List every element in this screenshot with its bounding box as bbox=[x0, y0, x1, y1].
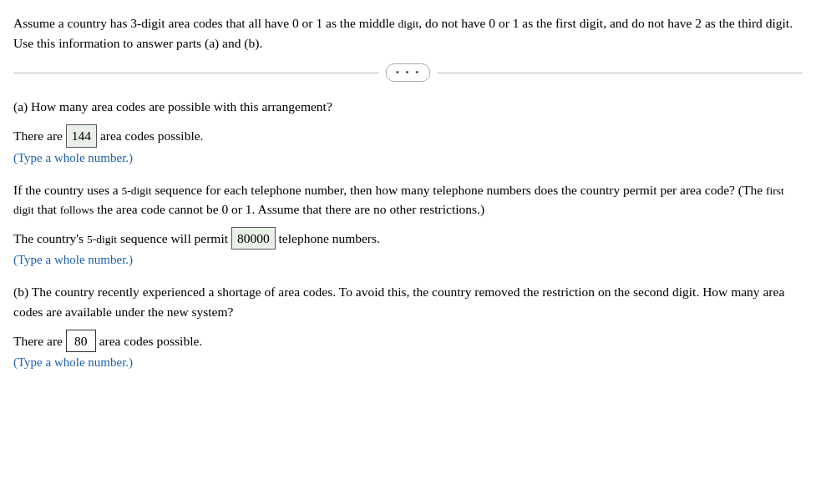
part-b-answer-box[interactable]: 80 bbox=[66, 330, 96, 352]
follows-inline: follows bbox=[60, 204, 94, 216]
part-b-hint: (Type a whole number.) bbox=[13, 355, 803, 370]
part-a-hint: (Type a whole number.) bbox=[13, 151, 803, 165]
inline-digit-label: digit bbox=[398, 18, 419, 30]
part-b-answer-prefix: There are bbox=[13, 334, 63, 348]
part-a-answer-suffix: area codes possible. bbox=[100, 129, 204, 143]
part-a-sub-answer-row: The country's 5-digit sequence will perm… bbox=[13, 227, 803, 249]
part-a-answer-prefix: There are bbox=[13, 129, 63, 143]
part-a-question: (a) How many area codes are possible wit… bbox=[13, 97, 803, 116]
part-a-subquestion: If the country uses a 5-digit sequence f… bbox=[13, 180, 803, 219]
part-b-answer-suffix: area codes possible. bbox=[99, 334, 203, 348]
part-a-sub-answer-suffix: telephone numbers. bbox=[279, 231, 380, 245]
divider-dots: • • • bbox=[386, 63, 429, 82]
part-a-section: (a) How many area codes are possible wit… bbox=[13, 97, 803, 267]
inline-do-not: do not have 2 as the third digit. bbox=[631, 16, 793, 30]
divider-line-right bbox=[437, 73, 803, 73]
part-b-section: (b) The country recently experienced a s… bbox=[13, 282, 803, 370]
five-digit-inline: 5-digit bbox=[122, 184, 152, 197]
part-a-sub-answer-box[interactable]: 80000 bbox=[231, 227, 276, 249]
problem-statement: Assume a country has 3-digit area codes … bbox=[13, 13, 803, 53]
part-a-sub-hint: (Type a whole number.) bbox=[13, 253, 803, 267]
part-a-answer-row: There are 144 area codes possible. bbox=[13, 124, 803, 147]
divider-line-left bbox=[13, 73, 379, 73]
part-b-answer-row: There are 80 area codes possible. bbox=[13, 330, 803, 352]
problem-text: Assume a country has 3-digit area codes … bbox=[13, 13, 803, 53]
section-divider: • • • bbox=[13, 63, 803, 82]
part-a-answer-box[interactable]: 144 bbox=[66, 124, 97, 147]
part-a-sub-answer-prefix: The country's 5-digit sequence will perm… bbox=[13, 231, 231, 245]
part-b-question: (b) The country recently experienced a s… bbox=[13, 282, 803, 321]
five-digit-label-inline: 5-digit bbox=[87, 233, 117, 245]
